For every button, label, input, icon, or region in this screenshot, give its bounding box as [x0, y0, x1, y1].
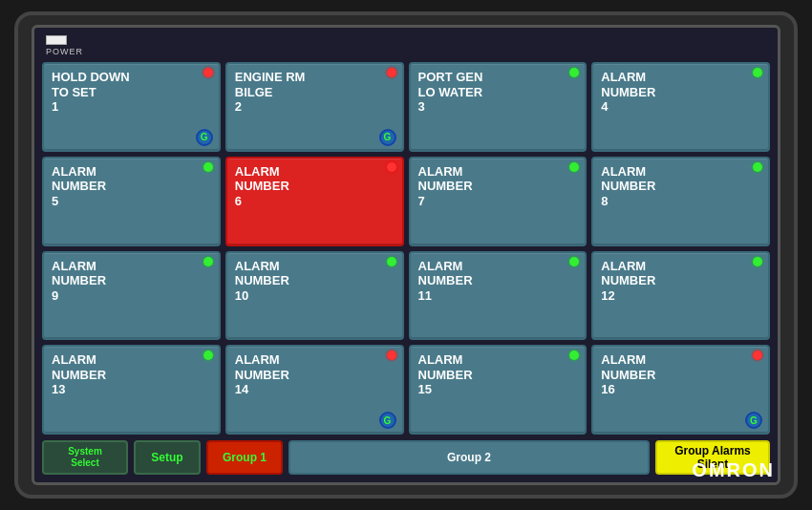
indicator-top-10	[387, 257, 396, 266]
alarm-cell-12[interactable]: ALARMNUMBER12	[591, 251, 770, 341]
monitor: POWER HOLD DOWNTO SET1GENGINE RMBILGE2GP…	[14, 11, 798, 499]
omron-logo: OMRON	[692, 459, 775, 481]
alarm-cell-3[interactable]: PORT GENLO WATER3	[409, 62, 588, 152]
alarm-cell-text-16: ALARMNUMBER16	[601, 352, 760, 397]
alarm-grid: HOLD DOWNTO SET1GENGINE RMBILGE2GPORT GE…	[42, 62, 770, 435]
alarm-cell-8[interactable]: ALARMNUMBER8	[591, 157, 770, 246]
indicator-top-5	[203, 162, 213, 172]
monitor-inner: POWER HOLD DOWNTO SET1GENGINE RMBILGE2GP…	[32, 25, 780, 485]
alarm-cell-text-15: ALARMNUMBER15	[418, 352, 578, 397]
alarm-cell-text-2: ENGINE RMBILGE2	[235, 70, 395, 115]
alarm-cell-10[interactable]: ALARMNUMBER10	[225, 251, 404, 341]
alarm-cell-text-6: ALARMNUMBER6	[235, 164, 395, 209]
indicator-top-2	[387, 68, 396, 77]
indicator-bottom-2: G	[379, 129, 396, 146]
alarm-cell-5[interactable]: ALARMNUMBER5	[42, 157, 221, 246]
alarm-cell-9[interactable]: ALARMNUMBER9	[42, 251, 221, 341]
alarm-cell-text-12: ALARMNUMBER12	[601, 259, 760, 304]
indicator-top-9	[203, 257, 213, 266]
indicator-top-11	[569, 257, 579, 266]
alarm-cell-text-13: ALARMNUMBER13	[52, 352, 211, 397]
alarm-cell-14[interactable]: ALARMNUMBER14G	[225, 345, 404, 435]
group1-button[interactable]: Group 1	[206, 440, 283, 475]
indicator-top-15	[569, 351, 579, 360]
alarm-cell-text-7: ALARMNUMBER7	[418, 164, 578, 209]
group2-button[interactable]: Group 2	[288, 440, 650, 475]
alarm-cell-1[interactable]: HOLD DOWNTO SET1G	[42, 62, 221, 152]
alarm-cell-text-3: PORT GENLO WATER3	[418, 70, 578, 115]
alarm-cell-11[interactable]: ALARMNUMBER11	[409, 251, 588, 341]
setup-button[interactable]: Setup	[134, 440, 201, 475]
alarm-cell-2[interactable]: ENGINE RMBILGE2G	[225, 62, 404, 152]
power-led	[46, 35, 67, 45]
indicator-top-1	[203, 68, 213, 77]
indicator-top-14	[387, 351, 396, 360]
alarm-cell-text-8: ALARMNUMBER8	[601, 164, 760, 209]
indicator-bottom-16: G	[745, 412, 762, 429]
alarm-cell-text-9: ALARMNUMBER9	[52, 259, 211, 304]
alarm-cell-7[interactable]: ALARMNUMBER7	[409, 157, 588, 246]
alarm-cell-text-1: HOLD DOWNTO SET1	[52, 70, 211, 115]
indicator-bottom-14: G	[379, 412, 396, 429]
alarm-cell-text-10: ALARMNUMBER10	[235, 259, 395, 304]
system-select-button[interactable]: SystemSelect	[42, 440, 128, 475]
alarm-cell-text-11: ALARMNUMBER11	[418, 259, 578, 304]
alarm-cell-16[interactable]: ALARMNUMBER16G	[591, 345, 770, 435]
indicator-top-16	[753, 351, 762, 360]
indicator-top-13	[203, 351, 213, 360]
power-section: POWER	[46, 35, 770, 56]
indicator-top-12	[753, 257, 762, 266]
indicator-bottom-1: G	[196, 129, 213, 146]
indicator-top-7	[569, 162, 579, 172]
bottom-buttons: SystemSelect Setup Group 1 Group 2 Group…	[42, 440, 770, 475]
alarm-cell-text-4: ALARMNUMBER4	[601, 70, 760, 115]
alarm-cell-4[interactable]: ALARMNUMBER4	[591, 62, 770, 152]
alarm-cell-6[interactable]: ALARMNUMBER6	[225, 157, 404, 246]
alarm-cell-15[interactable]: ALARMNUMBER15	[409, 345, 588, 435]
indicator-top-6	[387, 162, 396, 172]
indicator-top-4	[753, 68, 762, 77]
alarm-cell-text-5: ALARMNUMBER5	[52, 164, 211, 209]
alarm-cell-text-14: ALARMNUMBER14	[235, 352, 395, 397]
power-label: POWER	[46, 47, 83, 56]
indicator-top-8	[753, 162, 762, 172]
indicator-top-3	[569, 68, 579, 77]
alarm-cell-13[interactable]: ALARMNUMBER13	[42, 345, 221, 435]
